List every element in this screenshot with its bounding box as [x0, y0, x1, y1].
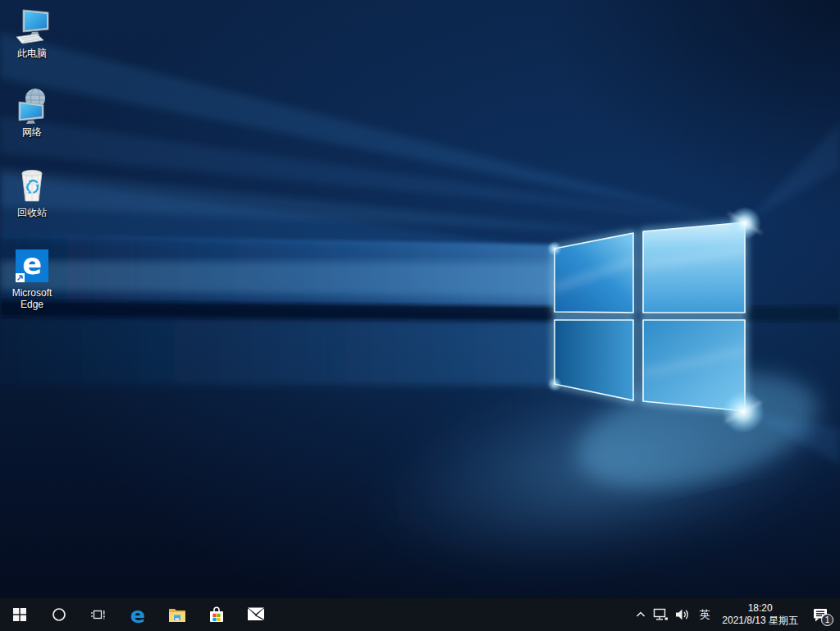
taskbar-edge-button[interactable]: e	[118, 598, 158, 631]
shortcut-arrow-icon	[16, 273, 25, 282]
desktop-icon-microsoft-edge[interactable]: e Microsoft Edge	[2, 246, 62, 310]
taskbar-empty-area	[276, 598, 631, 631]
microsoft-store-button[interactable]	[197, 598, 236, 631]
action-center-button[interactable]: 1	[804, 598, 837, 631]
envelope-icon	[246, 605, 266, 624]
folder-icon	[167, 605, 187, 624]
wallpaper-light-beams	[0, 0, 840, 598]
store-bag-icon	[207, 605, 226, 624]
edge-e-icon: e	[130, 604, 145, 626]
speaker-icon	[674, 608, 691, 621]
network-status-button[interactable]	[651, 598, 672, 631]
task-view-icon	[91, 607, 106, 622]
system-tray: 英 18:20 2021/8/13 星期五 1	[631, 598, 840, 631]
network-icon	[12, 85, 52, 125]
notification-count-badge: 1	[821, 614, 833, 626]
clock-time: 18:20	[722, 602, 798, 615]
cortana-search-button[interactable]	[39, 598, 79, 631]
desktop-icon-recycle-bin[interactable]: 回收站	[2, 166, 62, 218]
clock-date: 2021/8/13 星期五	[722, 615, 798, 627]
windows-logo-icon	[13, 608, 26, 621]
ime-language-indicator[interactable]: 英	[693, 598, 716, 631]
this-pc-icon	[12, 7, 52, 46]
desktop-icon-this-pc[interactable]: 此电脑	[2, 7, 62, 59]
recycle-bin-icon	[12, 166, 52, 205]
mail-button[interactable]	[236, 598, 276, 631]
chevron-up-icon	[635, 609, 646, 620]
volume-button[interactable]	[672, 598, 693, 631]
ethernet-network-icon	[653, 608, 669, 622]
desktop-icon-label: Microsoft Edge	[2, 287, 62, 310]
desktop-icon-label: 回收站	[17, 207, 47, 218]
desktop-icon-label: 网络	[22, 126, 42, 138]
desktop-icon-label: 此电脑	[17, 48, 47, 59]
taskbar-clock[interactable]: 18:20 2021/8/13 星期五	[716, 598, 804, 631]
wallpaper-hero	[0, 0, 840, 598]
windows-desktop: 此电脑 网络	[0, 0, 840, 631]
start-button[interactable]	[0, 598, 39, 631]
cortana-circle-icon	[52, 607, 66, 622]
task-view-button[interactable]	[79, 598, 118, 631]
microsoft-edge-icon: e	[12, 246, 52, 286]
desktop-icon-network[interactable]: 网络	[2, 85, 62, 138]
edge-e-glyph: e	[22, 250, 42, 279]
file-explorer-button[interactable]	[158, 598, 197, 631]
taskbar: e	[0, 598, 840, 631]
tray-overflow-button[interactable]	[631, 598, 651, 631]
